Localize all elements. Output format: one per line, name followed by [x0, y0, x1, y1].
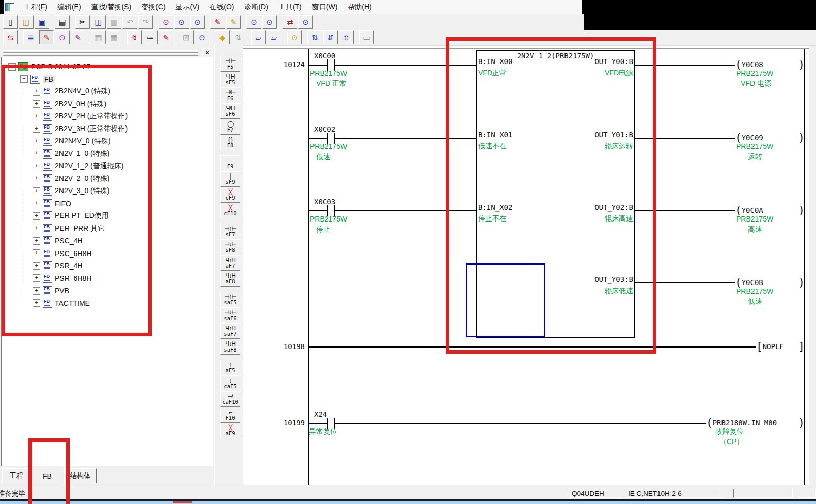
- save-button[interactable]: ▣: [35, 15, 49, 29]
- monitor-button[interactable]: ⊙: [246, 15, 261, 29]
- palette-button[interactable]: Ч Н sF5: [220, 72, 240, 87]
- instruction-palette-buttons: ⊣ ⊢ F5 Ч Н sF5 ⊣/⊢ F6 Ч/Н sF6 ◯ F7 { } F…: [220, 56, 240, 438]
- palette-button[interactable]: ╳ aF9: [220, 423, 240, 438]
- palette-button[interactable]: Ч/Н sF6: [220, 103, 240, 119]
- wire: [335, 423, 706, 424]
- palette-button[interactable]: { } F8: [220, 135, 240, 150]
- palette-button[interactable]: ⊣/⊢ F6: [220, 87, 240, 103]
- button-icon: ≔: [146, 34, 154, 41]
- panel-close-button[interactable]: ×: [202, 48, 212, 57]
- output-coil[interactable]: (Y0C09): [735, 133, 805, 143]
- find-button[interactable]: ⊙: [159, 15, 173, 29]
- palette-button[interactable]: ⊣↓⊢ saF6: [220, 307, 240, 323]
- palette-button[interactable]: ⊣ ⊢ F5: [220, 56, 240, 72]
- cut-button[interactable]: ✂: [75, 15, 90, 29]
- output-coil[interactable]: (Y0C0A): [735, 205, 805, 215]
- find-yellow-button[interactable]: ⊙: [287, 30, 302, 44]
- button-icon: ⊙: [250, 18, 257, 26]
- palette-button[interactable]: ╳ cF9: [220, 187, 240, 203]
- menu-tools[interactable]: 工具(T): [274, 1, 306, 13]
- new-button[interactable]: ▯: [3, 15, 18, 29]
- circuit-find-pencil-button[interactable]: ✎: [71, 30, 85, 44]
- palette-button[interactable]: ── F9: [220, 155, 240, 171]
- palette-button[interactable]: ◯ F7: [220, 119, 240, 135]
- palette-key-label: F7: [227, 127, 234, 133]
- palette-button[interactable]: Ч↑Н aF7: [220, 255, 240, 271]
- output-coil[interactable]: (Y0C08): [735, 59, 805, 70]
- open-window-button[interactable]: ▱: [251, 30, 266, 44]
- open-button[interactable]: ◫: [19, 15, 34, 29]
- menu-online[interactable]: 在线(O): [205, 1, 238, 13]
- palette-button[interactable]: ─/ caF10: [220, 391, 240, 407]
- menu-project[interactable]: 工程(F): [19, 1, 52, 13]
- time-chart-button[interactable]: ⊙: [195, 30, 209, 44]
- statement-display-button[interactable]: ⇵: [323, 30, 338, 44]
- palette-button[interactable]: ⊣↓⊢ sF8: [220, 239, 240, 255]
- button-icon: ⊙: [178, 18, 185, 26]
- clock-verify-button[interactable]: ⊙: [298, 15, 313, 29]
- open-window2-button[interactable]: ▱: [267, 30, 281, 44]
- stamp2-button[interactable]: ▦: [107, 30, 121, 44]
- find-device-button[interactable]: ⊙: [174, 15, 189, 29]
- palette-key-label: cF9: [226, 195, 235, 201]
- palette-button[interactable]: ↑ aF5: [220, 360, 240, 375]
- monitor-write-button[interactable]: ⊙: [262, 15, 277, 29]
- menu-help[interactable]: 帮助(H): [343, 1, 376, 13]
- palette-button[interactable]: ↓ caF5: [220, 375, 240, 391]
- copy-button[interactable]: ◫: [91, 15, 106, 29]
- transfer-setup-button[interactable]: ⇄: [283, 15, 297, 29]
- circuit-find-button[interactable]: ⊙: [55, 30, 70, 44]
- ladder-write-yellow-button[interactable]: ✎: [226, 15, 241, 29]
- comment-display-button[interactable]: ⇅: [307, 30, 322, 44]
- noplf-instruction[interactable]: [NOPLF]: [756, 341, 805, 352]
- undo-button[interactable]: ↶: [122, 15, 137, 29]
- tab-project[interactable]: 工程: [2, 468, 30, 483]
- stamp-button[interactable]: ▦: [91, 30, 106, 44]
- palette-key-label: F9: [227, 164, 234, 169]
- palette-button[interactable]: Ч↑Н saF7: [220, 323, 240, 339]
- updown-button[interactable]: ⇅: [231, 30, 245, 44]
- menu-find-replace[interactable]: 查找/替换(S): [87, 1, 136, 13]
- ladder-edit-button[interactable]: ✎: [39, 30, 54, 44]
- menu-convert[interactable]: 变换(C): [137, 1, 170, 13]
- contact-device[interactable]: X0C02: [314, 125, 335, 133]
- contact-coil-list-button[interactable]: ≔: [143, 30, 158, 44]
- note-display-button[interactable]: ⇳: [339, 30, 354, 44]
- palette-button[interactable]: ⌐ F10: [220, 407, 240, 423]
- contact-device[interactable]: X24: [314, 410, 327, 418]
- find-instruction-button[interactable]: ⊙: [190, 15, 205, 29]
- palette-button[interactable]: ╳ cF10: [220, 203, 240, 218]
- menu-diagnostics[interactable]: 诊断(D): [239, 1, 272, 13]
- status-empty-panel: [798, 489, 816, 498]
- palette-button[interactable]: │ sF9: [220, 171, 240, 187]
- fb-selection-button[interactable]: ⇆: [3, 30, 18, 44]
- contact-device[interactable]: X0C00: [314, 52, 335, 60]
- grid-button[interactable]: ⊞: [179, 30, 194, 44]
- menu-view[interactable]: 显示(V): [171, 1, 204, 13]
- device-monitor-button[interactable]: ▭: [359, 30, 374, 44]
- paste-button[interactable]: ▥: [107, 15, 121, 29]
- palette-button[interactable]: Ч↓Н saF8: [220, 339, 240, 355]
- palette-button[interactable]: Ч↓Н aF8: [220, 271, 240, 287]
- contact-device[interactable]: X0C03: [314, 198, 335, 206]
- button-icon: ▦: [110, 34, 117, 41]
- device-test-button[interactable]: ↯: [127, 30, 142, 44]
- button-icon: ⇳: [343, 34, 350, 41]
- tree-view-button[interactable]: ≣: [23, 30, 38, 44]
- output-coil[interactable]: (PRB2180W.IN_M00): [706, 418, 805, 428]
- exec-stamp-button[interactable]: ◆: [215, 30, 230, 44]
- ladder-write-red-button[interactable]: ✎: [210, 15, 225, 29]
- menu-edit[interactable]: 编辑(E): [53, 1, 86, 13]
- button-icon: ▱: [271, 34, 277, 41]
- button-icon: ✎: [214, 18, 221, 26]
- palette-button[interactable]: ⊣↑⊢ saF5: [220, 292, 240, 307]
- palette-button[interactable]: ⊣↑⊢ sF7: [220, 224, 240, 239]
- coil-edit-button[interactable]: ✎: [159, 30, 173, 44]
- panel-grip[interactable]: [3, 53, 198, 56]
- redo-button[interactable]: ↷: [138, 15, 153, 29]
- output-coil[interactable]: (Y0C0B): [735, 277, 805, 288]
- print-button[interactable]: ▤: [55, 15, 70, 29]
- menu-window[interactable]: 窗口(W): [307, 1, 342, 13]
- panel-grip[interactable]: [3, 50, 198, 53]
- button-icon: ⊙: [163, 18, 169, 26]
